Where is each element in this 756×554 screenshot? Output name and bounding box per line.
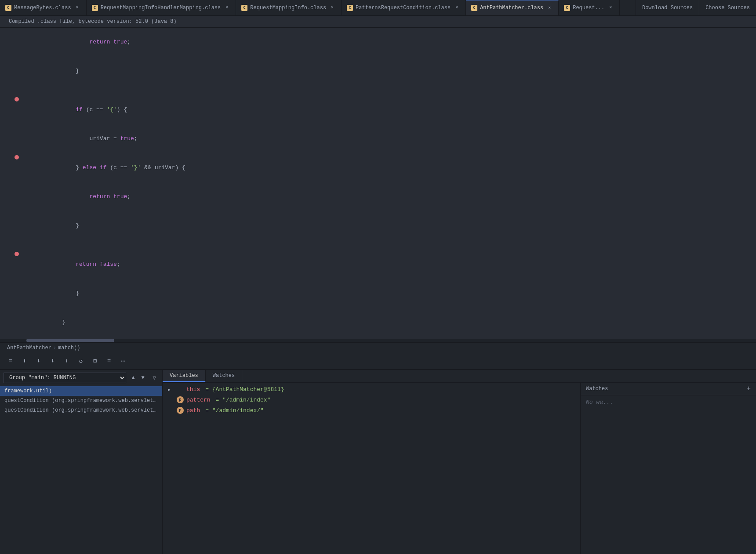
breakpoint-marker[interactable]: [15, 155, 19, 159]
tab-patternsrequest[interactable]: C PatternsRequestCondition.class ×: [342, 0, 466, 16]
filter-button[interactable]: ▽: [150, 373, 159, 382]
line-number: [0, 250, 24, 260]
tab-label: RequestMappingInfoHandlerMapping.class: [101, 5, 221, 11]
type-badge-orange: p: [177, 407, 184, 414]
tab-antpathmatcher[interactable]: C AntPathMatcher.class ×: [466, 0, 559, 16]
line-content: uriVar = true;: [24, 124, 756, 153]
breakpoint-marker[interactable]: [15, 252, 19, 256]
debug-right-panel: Variables Watches ▶ this = {AntPathMatch…: [163, 370, 756, 554]
watches-content: No wa...: [581, 395, 756, 554]
var-value-path: = "/admin/index/": [205, 407, 264, 414]
call-stack-item[interactable]: questCondition (org.springframework.web.…: [0, 406, 162, 415]
debug-toolbar: ≡ ⬆ ⬇ ⬇ ⬆ ↺ ⊞ ≡ ⋯: [0, 353, 756, 369]
debug-navigation-arrows: ▲ ▼: [129, 373, 147, 382]
tab-watches[interactable]: Watches: [206, 370, 242, 382]
tab-bar: C MessageBytes.class × C RequestMappingI…: [0, 0, 756, 16]
file-info-text: Compiled .class file, bytecode version: …: [9, 18, 177, 25]
var-value-pattern: = "/admin/index": [216, 397, 271, 403]
download-sources-button[interactable]: Download Sources: [636, 0, 699, 16]
tab-requestmappinginfo[interactable]: C RequestMappingInfo.class ×: [236, 0, 342, 16]
code-line: uriVar = true;: [0, 124, 756, 153]
code-line: if (c == '{') {: [0, 95, 756, 124]
line-content: return false;: [24, 250, 756, 279]
tab-variables[interactable]: Variables: [163, 370, 206, 382]
step-up-button[interactable]: ⬆: [19, 356, 30, 366]
code-line: [0, 86, 756, 95]
tab-label: RequestMappingInfo.class: [250, 5, 326, 11]
thread-selector: Group "main": RUNNING ▲ ▼ ▽: [0, 370, 162, 386]
call-stack-item[interactable]: framework.util): [0, 386, 162, 396]
tab-icon: C: [564, 5, 570, 11]
tab-close-active[interactable]: ×: [546, 4, 553, 11]
tab-close[interactable]: ×: [329, 4, 336, 11]
variable-path[interactable]: p path = "/admin/index/": [163, 405, 580, 416]
rerun-button[interactable]: ↺: [76, 356, 86, 366]
tab-messagebytes[interactable]: C MessageBytes.class ×: [0, 0, 87, 16]
debug-panel: Group "main": RUNNING ▲ ▼ ▽ framework.ut…: [0, 369, 756, 554]
type-badge-orange: p: [177, 396, 184, 403]
expand-arrow[interactable]: ▶: [168, 387, 174, 392]
settings-button[interactable]: ≡: [104, 356, 114, 366]
variables-panel: ▶ this = {AntPathMatcher@5811} p pattern…: [163, 383, 580, 554]
line-content: }: [24, 279, 756, 308]
tab-close[interactable]: ×: [74, 4, 81, 11]
step-out-button[interactable]: ⬆: [62, 356, 72, 366]
code-line: }: [0, 211, 756, 240]
var-name-pattern: pattern: [186, 397, 211, 403]
breadcrumb-class: AntPathMatcher: [7, 345, 51, 351]
tab-request-extra[interactable]: C Request... ×: [559, 0, 620, 16]
layout-button[interactable]: ⊞: [90, 356, 100, 366]
prev-frame-button[interactable]: ▲: [129, 373, 138, 382]
debug-content: ▶ this = {AntPathMatcher@5811} p pattern…: [163, 383, 756, 554]
step-into-button[interactable]: ⬇: [47, 356, 58, 366]
line-content: if (c == '{') {: [24, 95, 756, 124]
code-line: [0, 240, 756, 250]
debug-tabs: Variables Watches: [163, 370, 756, 383]
variable-this[interactable]: ▶ this = {AntPathMatcher@5811}: [163, 384, 580, 395]
tab-label: PatternsRequestCondition.class: [356, 5, 451, 11]
watches-header: Watches +: [581, 383, 756, 395]
tab-label: Request...: [573, 5, 604, 11]
tab-close[interactable]: ×: [607, 4, 614, 11]
tab-icon: C: [241, 5, 247, 11]
next-frame-button[interactable]: ▼: [138, 373, 147, 382]
toggle-breakpoints-button[interactable]: ≡: [5, 356, 16, 366]
breakpoint-marker[interactable]: [15, 97, 19, 101]
tab-icon: C: [347, 5, 353, 11]
code-line: return true;: [0, 182, 756, 211]
code-line: }: [0, 308, 756, 337]
line-content: }: [24, 211, 756, 240]
scrollbar-thumb[interactable]: [26, 339, 114, 342]
var-name-path: path: [186, 407, 200, 414]
call-stack-item[interactable]: questCondition (org.springframework.web.…: [0, 396, 162, 406]
line-content: }: [24, 308, 756, 337]
code-lines-wrapper: return true; } if: [0, 28, 756, 339]
code-line: } else if (c == '}' && uriVar) {: [0, 153, 756, 182]
call-stack-panel: Group "main": RUNNING ▲ ▼ ▽ framework.ut…: [0, 370, 163, 554]
file-info-bar: Compiled .class file, bytecode version: …: [0, 16, 756, 28]
tab-label-active: AntPathMatcher.class: [480, 5, 543, 11]
step-down-button[interactable]: ⬇: [33, 356, 44, 366]
watches-placeholder: No wa...: [586, 399, 613, 406]
line-content: return true;: [24, 28, 756, 57]
breadcrumb-separator: ›: [53, 345, 56, 351]
variable-pattern[interactable]: p pattern = "/admin/index": [163, 395, 580, 405]
line-content: return true;: [24, 182, 756, 211]
call-stack-list: framework.util) questCondition (org.spri…: [0, 386, 162, 554]
line-content: } else if (c == '}' && uriVar) {: [24, 153, 756, 182]
watches-panel: Watches + No wa...: [580, 383, 756, 554]
tab-close[interactable]: ×: [223, 4, 230, 11]
tab-icon-active: C: [471, 5, 477, 11]
breadcrumb-bar: AntPathMatcher › match(): [0, 342, 756, 353]
tab-close[interactable]: ×: [453, 4, 460, 11]
var-value-this: = {AntPathMatcher@5811}: [205, 386, 284, 393]
choose-sources-button[interactable]: Choose Sources: [699, 0, 756, 16]
header-actions: Download Sources Choose Sources: [636, 0, 756, 16]
tab-requestmapping[interactable]: C RequestMappingInfoHandlerMapping.class…: [87, 0, 236, 16]
thread-dropdown[interactable]: Group "main": RUNNING: [4, 373, 126, 383]
add-watch-button[interactable]: +: [746, 385, 751, 392]
tab-label: MessageBytes.class: [14, 5, 71, 11]
code-line: }: [0, 279, 756, 308]
more-button[interactable]: ⋯: [118, 356, 128, 366]
horizontal-scrollbar[interactable]: [0, 339, 756, 342]
